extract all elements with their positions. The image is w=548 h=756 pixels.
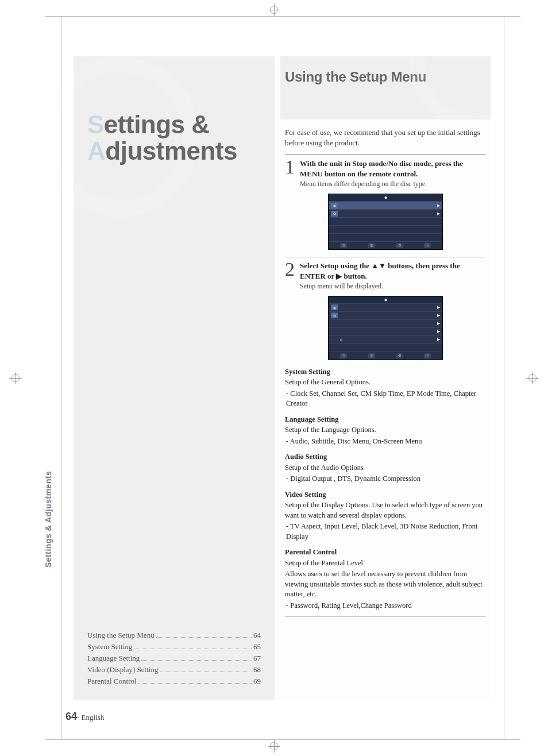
toc-label: Video (Display) Setting	[87, 665, 158, 674]
toc-page: 68	[253, 665, 261, 674]
intro-text: For ease of use, we recommend that you s…	[285, 128, 486, 148]
section-language-setting: Language Setting Setup of the Language O…	[285, 415, 486, 447]
registration-mark-icon	[268, 3, 280, 16]
toc-label: Using the Setup Menu	[87, 631, 155, 640]
section-items: - Audio, Subtitle, Disc Menu, On-Screen …	[286, 437, 486, 447]
gear-icon: ◉	[331, 203, 338, 209]
arrow-icon: ▶	[437, 211, 440, 216]
osd-row	[329, 233, 442, 241]
toc-page: 67	[253, 654, 261, 663]
osd-row: ◉▶	[329, 201, 442, 209]
osd-screenshot-1: ◆ ◉▶ ✿▶ ◫ ◫ ⟲ ⓘ	[328, 194, 443, 250]
step-main: Select Setup using the ▲▼ buttons, then …	[300, 261, 460, 280]
osd-title: ◆	[329, 296, 442, 303]
right-column: Using the Setup Menu For ease of use, we…	[280, 56, 491, 700]
registration-mark-icon	[268, 740, 280, 753]
disc-art-icon	[410, 56, 491, 119]
step-main: With the unit in Stop mode/No disc mode,…	[300, 159, 463, 178]
table-of-contents: Using the Setup Menu 64 System Setting 6…	[87, 628, 261, 688]
toc-row: Using the Setup Menu 64	[87, 631, 261, 640]
toc-dots	[156, 637, 252, 638]
toc-dots	[160, 672, 252, 672]
arrow-icon: ▶	[437, 337, 440, 342]
toc-dots	[134, 649, 252, 649]
toc-label: Parental Control	[87, 677, 137, 686]
title-rest: djustments	[105, 137, 237, 165]
left-column: Settings & Adjustments Settings & Adjust…	[74, 56, 275, 700]
divider	[285, 257, 486, 257]
toc-label: Language Setting	[87, 654, 140, 663]
section-items: - Digital Output , DTS, Dynamic Compress…	[286, 474, 486, 484]
osd-foot-btn: ⟲	[396, 353, 403, 358]
right-header: Using the Setup Menu	[280, 56, 491, 119]
arrow-icon: ▶	[437, 329, 440, 334]
osd-title: ◆	[329, 194, 442, 201]
osd-foot-btn: ◫	[340, 243, 347, 248]
osd-screenshot-2: ◆ ◉▶ ✿▶ ▶ ▶ d▶ ◫ ◫ ⟲ ⓘ	[328, 296, 443, 360]
osd-row	[329, 344, 442, 352]
osd-row: d▶	[329, 335, 442, 344]
osd-footer: ◫ ◫ ⟲ ⓘ	[329, 241, 442, 249]
osd-row: ▶	[329, 327, 442, 335]
osd-foot-btn: ◫	[340, 353, 347, 358]
osd-row	[329, 225, 442, 233]
registration-mark-icon	[526, 372, 539, 384]
divider	[285, 616, 486, 617]
toc-row: Video (Display) Setting 68	[87, 665, 261, 674]
toc-label: System Setting	[87, 642, 132, 651]
section-title: Video Setting	[285, 490, 486, 500]
section-title: Language Setting	[285, 415, 486, 425]
toc-page: 69	[253, 677, 261, 686]
toc-row: Language Setting 67	[87, 654, 261, 663]
section-items: - Password, Rating Level,Change Password	[286, 601, 486, 611]
step-sub: Setup menu will be displayed.	[300, 282, 383, 290]
title-rest: ettings &	[104, 110, 210, 138]
section-items: - Clock Set, Channel Set, CM Skip Time, …	[286, 389, 486, 409]
toc-row: System Setting 65	[87, 642, 261, 651]
section-sub: Setup of the Audio Options	[285, 463, 486, 473]
arrow-icon: ▶	[437, 305, 440, 310]
page-lang: - English	[77, 713, 104, 722]
step-sub: Menu items differ depending on the disc …	[300, 180, 427, 188]
section-sub: Setup of the Display Options. Use to sel…	[285, 500, 486, 520]
step-body: With the unit in Stop mode/No disc mode,…	[300, 159, 486, 189]
section-title: Audio Setting	[285, 452, 486, 462]
section-sub: Setup of the Language Options.	[285, 425, 486, 435]
toc-dots	[138, 683, 252, 684]
page-footer: 64- English	[65, 711, 104, 723]
step-body: Select Setup using the ▲▼ buttons, then …	[300, 261, 486, 291]
page-content: Settings & Adjustments Settings & Adjust…	[74, 56, 491, 700]
toc-page: 64	[253, 631, 261, 640]
section-sub: Setup of the Parental Level	[285, 558, 486, 569]
section-sub: Setup of the General Options.	[285, 377, 486, 388]
osd-foot-btn: ◫	[368, 353, 375, 358]
osd-label: d	[340, 338, 437, 342]
title-initial: A	[87, 137, 105, 165]
section-extra: Allows users to set the level necessary …	[285, 569, 486, 600]
osd-row: ◉▶	[329, 303, 442, 311]
osd-row: ▶	[329, 319, 442, 327]
section-video-setting: Video Setting Setup of the Display Optio…	[285, 490, 486, 542]
section-title: System Setting	[285, 367, 486, 377]
chapter-title: Settings & Adjustments	[87, 111, 237, 164]
osd-row: ✿▶	[329, 311, 442, 319]
gear-icon: ◉	[331, 304, 338, 310]
arrow-icon: ▶	[437, 313, 440, 318]
registration-mark-icon	[9, 372, 22, 384]
arrow-icon: ▶	[437, 321, 440, 326]
section-items: - TV Aspect, Input Level, Black Level, 3…	[286, 522, 486, 542]
step-2: 2 Select Setup using the ▲▼ buttons, the…	[285, 261, 486, 291]
toc-page: 65	[253, 642, 261, 651]
toc-row: Parental Control 69	[87, 677, 261, 686]
osd-foot-btn: ⓘ	[424, 353, 431, 358]
step-number: 1	[285, 157, 300, 189]
crop-line	[504, 16, 504, 740]
section-parental-control: Parental Control Setup of the Parental L…	[285, 547, 486, 611]
osd-row	[329, 217, 442, 225]
section-audio-setting: Audio Setting Setup of the Audio Options…	[285, 452, 486, 484]
osd-foot-btn: ◫	[368, 243, 375, 248]
sidebar-tab: Settings & Adjustments	[44, 471, 53, 568]
page-number: 64	[65, 711, 77, 722]
flower-icon: ✿	[331, 211, 338, 217]
osd-row: ✿▶	[329, 209, 442, 217]
